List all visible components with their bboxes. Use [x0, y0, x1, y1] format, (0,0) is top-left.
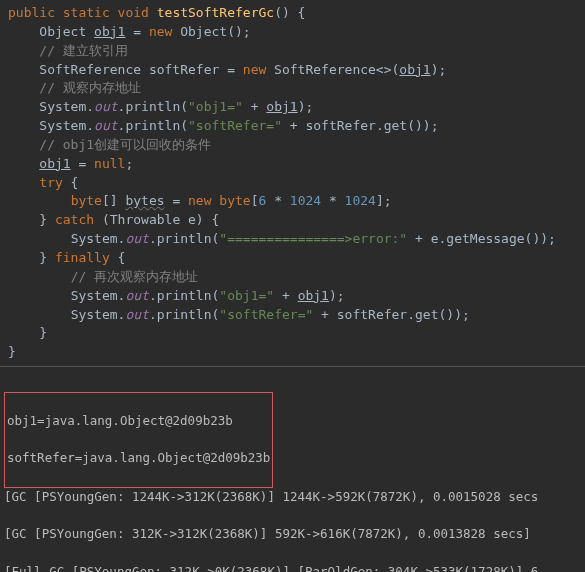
keyword-public: public: [8, 5, 55, 20]
code-line: // 观察内存地址: [8, 79, 577, 98]
code-line: System.out.println("softRefer=" + softRe…: [8, 117, 577, 136]
tail: + softRefer.get());: [282, 118, 439, 133]
code-line: Object obj1 = new Object();: [8, 23, 577, 42]
var: softRefer =: [141, 62, 243, 77]
code-line: } catch (Throwable e) {: [8, 211, 577, 230]
arg: obj1: [266, 99, 297, 114]
dot: .println(: [118, 118, 188, 133]
field-out: out: [125, 307, 148, 322]
dot: .println(: [118, 99, 188, 114]
string: "obj1=": [188, 99, 243, 114]
sys: System.: [71, 288, 126, 303]
field-out: out: [94, 118, 117, 133]
console-line-gc: [GC [PSYoungGen: 312K->312K(2368K)] 592K…: [4, 525, 581, 544]
comment: // 建立软引用: [39, 43, 127, 58]
sys: System.: [39, 118, 94, 133]
dot: .println(: [149, 231, 219, 246]
field-out: out: [125, 288, 148, 303]
eq: =: [71, 156, 94, 171]
method-name: testSoftReferGc: [157, 5, 274, 20]
var-obj1: obj1: [39, 156, 70, 171]
console-line: softRefer=java.lang.Object@2d09b23b: [7, 449, 270, 468]
brace: {: [110, 250, 126, 265]
var-obj1: obj1: [94, 24, 125, 39]
punct: () {: [274, 5, 305, 20]
plus: +: [274, 288, 297, 303]
brace: {: [63, 175, 79, 190]
ctor: SoftReference<>(: [266, 62, 399, 77]
tail: + e.getMessage());: [407, 231, 556, 246]
punct: ;: [125, 156, 133, 171]
arr: []: [102, 193, 125, 208]
code-line: } finally {: [8, 249, 577, 268]
field-out: out: [94, 99, 117, 114]
keyword-void: void: [118, 5, 149, 20]
console-output[interactable]: obj1=java.lang.Object@2d09b23b softRefer…: [0, 366, 585, 572]
punct: );: [431, 62, 447, 77]
punct: );: [298, 99, 314, 114]
type-byte: byte: [212, 193, 251, 208]
eq: =: [165, 193, 188, 208]
string: "===============>error:": [219, 231, 407, 246]
brace: }: [39, 250, 55, 265]
dot: .println(: [149, 288, 219, 303]
arg-obj1: obj1: [399, 62, 430, 77]
field-out: out: [125, 231, 148, 246]
punct: ];: [376, 193, 392, 208]
code-line: }: [8, 324, 577, 343]
brace: }: [39, 212, 55, 227]
num: 1024: [290, 193, 321, 208]
code-line: System.out.println("obj1=" + obj1);: [8, 287, 577, 306]
sys: System.: [39, 99, 94, 114]
comment: // 再次观察内存地址: [71, 269, 198, 284]
keyword-new: new: [243, 62, 266, 77]
keyword-new: new: [188, 193, 211, 208]
dot: .println(: [149, 307, 219, 322]
br: [: [251, 193, 259, 208]
string: "softRefer=": [219, 307, 313, 322]
type-object: Object: [39, 24, 86, 39]
string: "obj1=": [219, 288, 274, 303]
brace: }: [8, 344, 16, 359]
comment: // obj1创建可以回收的条件: [39, 137, 211, 152]
num: 1024: [345, 193, 376, 208]
string: "softRefer=": [188, 118, 282, 133]
keyword-finally: finally: [55, 250, 110, 265]
code-line: public static void testSoftReferGc() {: [8, 4, 577, 23]
sys: System.: [71, 307, 126, 322]
console-line: obj1=java.lang.Object@2d09b23b: [7, 412, 270, 431]
code-line: }: [8, 343, 577, 362]
brace: }: [39, 325, 47, 340]
arg: obj1: [298, 288, 329, 303]
eq: =: [125, 24, 148, 39]
comment: // 观察内存地址: [39, 80, 140, 95]
code-line: byte[] bytes = new byte[6 * 1024 * 1024]…: [8, 192, 577, 211]
code-line: // 建立软引用: [8, 42, 577, 61]
code-editor[interactable]: public static void testSoftReferGc() { O…: [0, 0, 585, 366]
sys: System.: [71, 231, 126, 246]
keyword-catch: catch: [55, 212, 94, 227]
param: (Throwable e) {: [94, 212, 219, 227]
keyword-try: try: [39, 175, 62, 190]
code-line: System.out.println("obj1=" + obj1);: [8, 98, 577, 117]
type-byte: byte: [71, 193, 102, 208]
highlight-box-1: obj1=java.lang.Object@2d09b23b softRefer…: [4, 392, 273, 488]
ctor: Object();: [172, 24, 250, 39]
code-line: // 再次观察内存地址: [8, 268, 577, 287]
plus: +: [243, 99, 266, 114]
op: *: [321, 193, 344, 208]
code-line: SoftReference softRefer = new SoftRefere…: [8, 61, 577, 80]
punct: );: [329, 288, 345, 303]
code-line: obj1 = null;: [8, 155, 577, 174]
op: *: [266, 193, 289, 208]
console-line-gc: [GC [PSYoungGen: 1244K->312K(2368K)] 124…: [4, 488, 581, 507]
keyword-null: null: [94, 156, 125, 171]
code-line: // obj1创建可以回收的条件: [8, 136, 577, 155]
type-softref: SoftReference: [39, 62, 141, 77]
console-line-gc: [Full GC [PSYoungGen: 312K->0K(2368K)] […: [4, 563, 581, 572]
keyword-static: static: [63, 5, 110, 20]
code-line: try {: [8, 174, 577, 193]
var-bytes: bytes: [125, 193, 164, 208]
code-line: System.out.println("===============>erro…: [8, 230, 577, 249]
keyword-new: new: [149, 24, 172, 39]
